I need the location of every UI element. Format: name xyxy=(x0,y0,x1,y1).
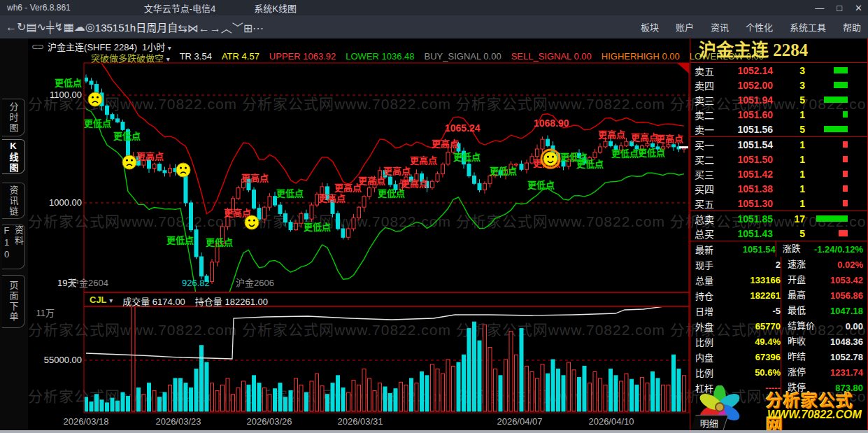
depth-bar xyxy=(805,126,867,132)
indicator-field-HIGHERHIGH: HIGHERHIGH 0.00 xyxy=(602,51,680,64)
svg-text:更高点: 更高点 xyxy=(136,151,164,162)
depth-bar xyxy=(805,230,867,236)
indicator-bar: 突破做多跌破做空 ▾TR 3.54ATR 4.57UPPER 1063.92LO… xyxy=(91,51,764,64)
depth-bar xyxy=(805,200,867,206)
depth-bar xyxy=(805,67,867,73)
panel-symbol-title[interactable]: 沪金主连 2284 xyxy=(690,38,867,63)
indicator-field-LOWER: LOWER 1036.48 xyxy=(346,51,414,64)
svg-text:更高点: 更高点 xyxy=(224,208,251,218)
svg-text:2026/03/26: 2026/03/26 xyxy=(246,416,292,427)
svg-text:更高点: 更高点 xyxy=(432,139,459,149)
svg-text:更高点: 更高点 xyxy=(631,132,658,143)
depth-bar xyxy=(805,171,867,177)
svg-text:2026/03/18: 2026/03/18 xyxy=(63,416,108,427)
window-bottom-edge xyxy=(0,430,868,433)
svg-text:1065.24: 1065.24 xyxy=(445,122,481,134)
svg-text:更低点: 更低点 xyxy=(113,131,141,141)
svg-text:更高点: 更高点 xyxy=(358,176,385,186)
sub-indicator-bar: CJL ▾ 成交量 6174.00 持仓量 182261.00 xyxy=(90,294,268,308)
orderbook-row-bid[interactable]: 买三 1051.42 1 xyxy=(690,166,867,181)
quote-panel: 沪金主连 2284 卖五 1052.14 3 卖四 1052.00 3 卖三 1… xyxy=(690,38,868,430)
svg-text:更高点: 更高点 xyxy=(410,155,437,166)
svg-text:2026/03/23: 2026/03/23 xyxy=(155,416,201,427)
depth-bar xyxy=(805,111,867,118)
orderbook-row-total[interactable]: 总买 1051.43 5 xyxy=(690,226,867,241)
orderbook-row-bid[interactable]: 买四 1051.38 1 xyxy=(690,181,867,196)
svg-text:更低点: 更低点 xyxy=(304,222,331,232)
logo-site-url[interactable]: WWW.70822.COM xyxy=(767,409,862,421)
stat-row: 总量133166 开盘 1053.42 xyxy=(690,272,867,288)
orderbook-row-ask[interactable]: 卖二 1051.60 1 xyxy=(690,107,867,122)
svg-text:更低点: 更低点 xyxy=(378,188,405,199)
indicator-field-UPPER: UPPER 1063.92 xyxy=(269,51,336,64)
depth-bar xyxy=(805,97,867,103)
stat-row: 内盘67396 昨结 1052.78 xyxy=(690,349,867,364)
svg-text:2026/03/31: 2026/03/31 xyxy=(337,416,383,427)
svg-text:更低点: 更低点 xyxy=(527,180,555,190)
depth-bar xyxy=(805,215,867,222)
orderbook-row-ask[interactable]: 卖四 1052.00 3 xyxy=(690,78,867,92)
stat-row: 外盘65770 结算价 ▼ 0.00 xyxy=(690,318,867,334)
svg-text:更低点: 更低点 xyxy=(490,166,517,176)
svg-text:更高点: 更高点 xyxy=(318,193,346,204)
svg-text:更高点: 更高点 xyxy=(401,178,428,189)
stat-row: 日增-5 最低 1047.18 xyxy=(690,303,867,318)
svg-text:更高点: 更高点 xyxy=(598,129,625,140)
order-book: 卖五 1052.14 3 卖四 1052.00 3 卖三 1051.94 5 卖… xyxy=(690,63,867,241)
svg-text:更低点: 更低点 xyxy=(84,118,111,129)
svg-text:沪金2606: 沪金2606 xyxy=(236,278,274,288)
svg-text:1100.00: 1100.00 xyxy=(50,90,82,100)
stat-row: 现手2 速涨 0.02% xyxy=(690,257,867,272)
svg-text:55000.00: 55000.00 xyxy=(44,355,82,365)
indicator-field-BUY_SIGNAL: BUY_SIGNAL 0.00 xyxy=(425,51,501,64)
orderbook-row-ask[interactable]: 卖一 1051.56 5 xyxy=(690,122,867,136)
indicator-selector[interactable]: 突破做多跌破做空 ▾ xyxy=(91,51,170,64)
orderbook-row-bid[interactable]: 买一 1051.54 1 xyxy=(690,136,867,152)
depth-bar xyxy=(805,185,867,192)
svg-text:更低点: 更低点 xyxy=(638,148,665,158)
svg-text:更高点: 更高点 xyxy=(241,173,269,183)
stat-row: 最新1051.54 涨跌 -1.24/0.12% xyxy=(690,241,867,257)
svg-text:更低点: 更低点 xyxy=(166,235,194,246)
svg-text:更高点: 更高点 xyxy=(656,134,683,144)
svg-text:更高点: 更高点 xyxy=(383,166,411,176)
indicator-field-ATR: ATR 4.57 xyxy=(222,51,259,64)
svg-text:2026/04/10: 2026/04/10 xyxy=(588,416,634,427)
svg-text:11万: 11万 xyxy=(36,308,55,318)
stat-row: 持仓182261 最高 1056.86 xyxy=(690,288,867,303)
tab-detail[interactable]: 明细 xyxy=(690,415,728,430)
stat-row: 比例50.6% 涨停 1231.74 xyxy=(690,364,867,380)
svg-text:更低点: 更低点 xyxy=(55,78,82,88)
volume-value: 成交量 6174.00 xyxy=(122,294,185,308)
svg-text:更低点: 更低点 xyxy=(576,159,604,169)
depth-bar xyxy=(805,141,867,148)
depth-bar xyxy=(805,156,867,162)
orderbook-row-ask[interactable]: 卖五 1052.14 3 xyxy=(690,63,867,78)
svg-text:1000.00: 1000.00 xyxy=(49,197,82,208)
open-interest-value: 持仓量 182261.00 xyxy=(195,294,268,308)
orderbook-row-bid[interactable]: 买五 1051.30 1 xyxy=(690,196,867,211)
svg-text:926.82: 926.82 xyxy=(182,278,210,288)
indicator-field-TR: TR 3.54 xyxy=(180,51,212,64)
svg-text:更低点: 更低点 xyxy=(453,152,481,162)
link-icon[interactable]: ⊂⊃ xyxy=(31,42,43,52)
orderbook-row-ask[interactable]: 卖三 1051.94 5 xyxy=(690,92,867,107)
indicator-field-SELL_SIGNAL: SELL_SIGNAL 0.00 xyxy=(511,51,592,64)
sub-indicator-selector[interactable]: CJL ▾ xyxy=(90,294,113,308)
depth-bar xyxy=(805,82,867,88)
orderbook-row-total[interactable]: 总卖 1051.85 17 xyxy=(690,211,867,226)
quote-stats: 最新1051.54 涨跌 -1.24/0.12% 现手2 速涨 0.02% 总量… xyxy=(690,241,867,395)
orderbook-row-bid[interactable]: 买二 1051.50 1 xyxy=(690,152,867,166)
wenhua-trading-app: wh6 - Ver6.8.861 文华云节点-电信4 系统K线图 — □ ✕ ←… xyxy=(0,0,868,433)
svg-text:1068.90: 1068.90 xyxy=(534,118,569,129)
svg-text:更低点: 更低点 xyxy=(276,188,304,199)
svg-text:2026/04/07: 2026/04/07 xyxy=(497,416,542,427)
svg-text:更低点: 更低点 xyxy=(611,148,639,159)
svg-text:更低点: 更低点 xyxy=(206,237,233,248)
stat-row: 比例49.4% 昨收 1048.36 xyxy=(690,334,867,349)
svg-text:沪金2604: 沪金2604 xyxy=(70,278,108,288)
